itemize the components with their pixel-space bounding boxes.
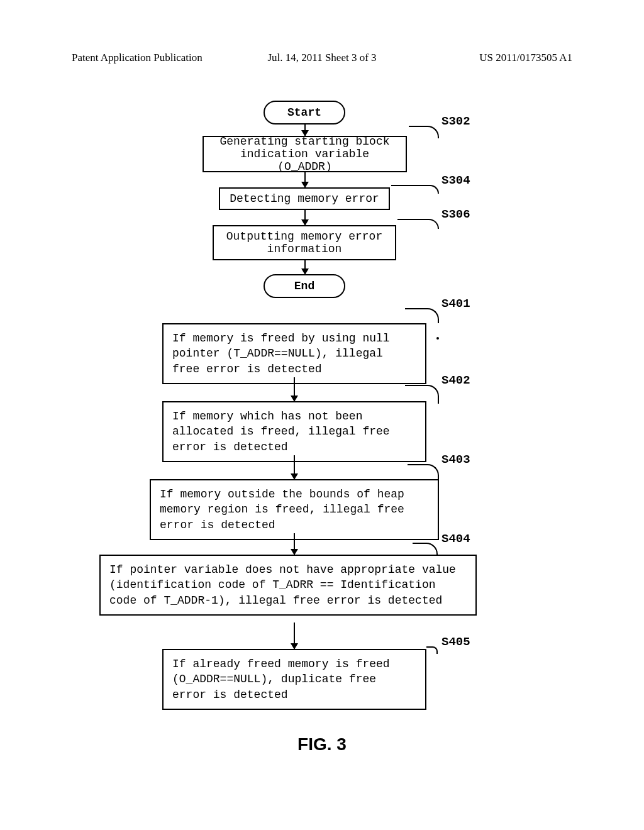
step-s405-box: If already freed memory is freed (O_ADDR… <box>162 649 426 710</box>
flowchart-diagram: Start Generating starting block indicati… <box>0 88 644 755</box>
step-s304-label: S304 <box>441 174 470 187</box>
end-label: End <box>294 280 314 292</box>
dot <box>436 337 439 340</box>
arrow <box>304 210 306 225</box>
step-s401-text: If memory is freed by using null pointer… <box>172 332 390 375</box>
leader-s401 <box>405 308 439 323</box>
arrow <box>304 172 306 187</box>
step-s405-label: S405 <box>441 635 470 649</box>
arrow <box>294 533 295 555</box>
leader-s405 <box>426 646 438 654</box>
arrow <box>294 455 295 479</box>
step-s404-box: If pointer variable does not have approp… <box>99 555 477 616</box>
leader-s306 <box>397 219 439 229</box>
page-header: Patent Application Publication Jul. 14, … <box>0 52 644 64</box>
leader-s304 <box>391 185 439 194</box>
step-s304-box: Detecting memory error <box>219 187 390 210</box>
arrow <box>294 377 295 401</box>
step-s402-label: S402 <box>441 374 470 387</box>
step-s306-text: Outputting memory error information <box>226 230 382 255</box>
step-s401-label: S401 <box>441 297 470 311</box>
figure-label: FIG. 3 <box>297 734 347 755</box>
header-sheet-info: Jul. 14, 2011 Sheet 3 of 3 <box>267 52 376 64</box>
step-s302-label: S302 <box>441 114 470 128</box>
header-patent-number: US 2011/0173505 A1 <box>479 52 572 64</box>
step-s404-label: S404 <box>441 532 470 546</box>
step-s403-box: If memory outside the bounds of heap mem… <box>150 479 439 540</box>
step-s402-box: If memory which has not been allocated i… <box>162 401 426 462</box>
step-s403-label: S403 <box>441 453 470 467</box>
start-label: Start <box>287 106 321 119</box>
step-s306-box: Outputting memory error information <box>213 225 396 260</box>
step-s404-text: If pointer variable does not have approp… <box>109 563 456 607</box>
step-s402-text: If memory which has not been allocated i… <box>172 410 390 453</box>
step-s304-text: Detecting memory error <box>230 192 379 205</box>
leader-s302 <box>409 126 439 138</box>
header-publication: Patent Application Publication <box>72 52 203 64</box>
step-s401-box: If memory is freed by using null pointer… <box>162 323 426 384</box>
step-s403-text: If memory outside the bounds of heap mem… <box>160 488 404 531</box>
arrow <box>304 124 306 136</box>
arrow <box>304 260 306 274</box>
step-s302-box: Generating starting block indication var… <box>203 136 407 172</box>
start-terminator: Start <box>264 101 345 124</box>
arrow <box>294 622 295 649</box>
end-terminator: End <box>264 274 345 298</box>
step-s302-text: Generating starting block indication var… <box>211 135 398 173</box>
step-s405-text: If already freed memory is freed (O_ADDR… <box>172 658 390 701</box>
step-s306-label: S306 <box>441 208 470 221</box>
